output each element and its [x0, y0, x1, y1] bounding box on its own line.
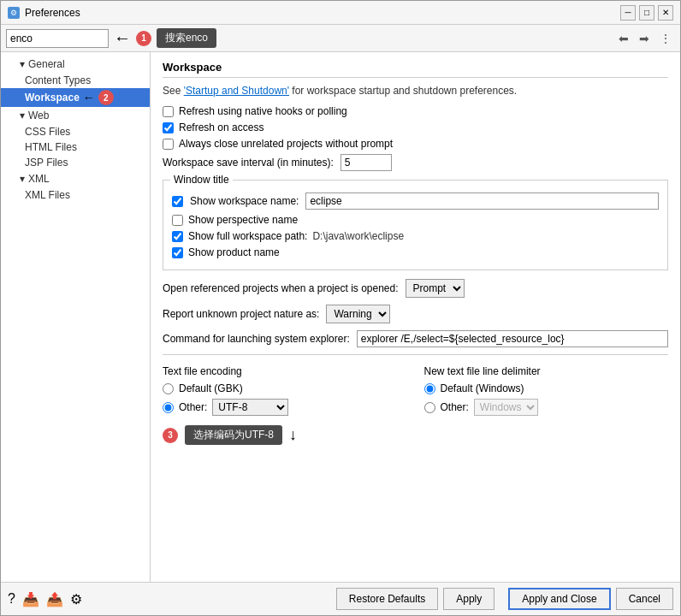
always-close-checkbox[interactable]	[163, 139, 174, 150]
encoding-default-row: Default (GBK)	[163, 382, 407, 394]
right-panel: Workspace See 'Startup and Shutdown' for…	[151, 52, 680, 582]
report-unknown-select[interactable]: Warning Error Ignore	[326, 305, 390, 323]
show-full-path-label: Show full workspace path:	[188, 230, 307, 242]
refresh-native-row: Refresh using native hooks or polling	[163, 105, 668, 117]
delimiter-default-radio[interactable]	[424, 383, 435, 394]
command-input[interactable]	[357, 330, 668, 347]
full-path-value: D:\java\work\eclipse	[312, 230, 404, 242]
encoding-other-radio[interactable]	[163, 402, 174, 413]
delimiter-other-radio[interactable]	[424, 402, 435, 413]
sidebar-item-xml-files[interactable]: XML Files	[1, 187, 150, 203]
sidebar-item-workspace[interactable]: Workspace ← 2	[1, 88, 150, 107]
utf8-tooltip: 选择编码为UTF-8	[185, 425, 282, 445]
open-ref-label: Open referenced projects when a project …	[163, 282, 399, 294]
refresh-on-access-label: Refresh on access	[179, 121, 264, 133]
sidebar-item-content-types[interactable]: Content Types	[1, 73, 150, 88]
annotation-3-row: 3 选择编码为UTF-8 ↓	[163, 425, 668, 445]
startup-shutdown-link[interactable]: 'Startup and Shutdown'	[184, 85, 289, 97]
line-delimiter-group: New text file line delimiter Default (Wi…	[424, 365, 669, 420]
delimiter-other-label: Other:	[441, 401, 469, 413]
cancel-button[interactable]: Cancel	[616, 588, 673, 610]
sidebar-category-xml[interactable]: ▾ XML	[1, 170, 150, 187]
text-encoding-title: Text file encoding	[163, 365, 407, 377]
delimiter-other-select[interactable]: Windows Unix Mac	[474, 399, 538, 416]
delimiter-default-label: Default (Windows)	[441, 382, 524, 394]
panel-title: Workspace	[163, 61, 668, 78]
close-button[interactable]: ✕	[658, 5, 673, 21]
command-label: Command for launching system explorer:	[163, 333, 350, 345]
bottom-right-buttons: Restore Defaults Apply Apply and Close C…	[336, 588, 673, 610]
show-perspective-row: Show perspective name	[172, 214, 659, 226]
show-workspace-name-row: Show workspace name:	[172, 192, 659, 210]
intro-text: See 'Startup and Shutdown' for workspace…	[163, 85, 668, 97]
settings-icon[interactable]: ⚙	[70, 591, 82, 607]
window-icon: ⚙	[8, 7, 20, 19]
sidebar-category-xml-label: XML	[28, 173, 50, 185]
window-title-group-label: Window title	[170, 174, 233, 186]
refresh-native-checkbox[interactable]	[163, 106, 174, 117]
encoding-columns: Text file encoding Default (GBK) Other: …	[163, 365, 668, 420]
sidebar-category-web-label: Web	[28, 110, 49, 121]
chevron-down-icon: ▾	[20, 58, 25, 70]
open-ref-select[interactable]: Prompt Always Never	[406, 279, 465, 298]
chevron-down-icon-xml: ▾	[20, 173, 25, 185]
delimiter-other-row: Other: Windows Unix Mac	[424, 399, 669, 416]
minimize-button[interactable]: ─	[620, 5, 636, 21]
delimiter-default-row: Default (Windows)	[424, 382, 669, 394]
always-close-row: Always close unrelated projects without …	[163, 138, 668, 150]
sidebar-item-css-files[interactable]: CSS Files	[1, 124, 150, 139]
export-icon[interactable]: 📤	[46, 591, 63, 607]
sidebar-item-jsp-files[interactable]: JSP Files	[1, 155, 150, 170]
always-close-label: Always close unrelated projects without …	[179, 138, 393, 150]
show-full-path-checkbox[interactable]	[172, 231, 183, 242]
main-area: ▾ General Content Types Workspace ← 2 ▾ …	[1, 52, 680, 582]
open-ref-row: Open referenced projects when a project …	[163, 279, 668, 298]
restore-defaults-button[interactable]: Restore Defaults	[336, 588, 438, 610]
sidebar-category-web[interactable]: ▾ Web	[1, 107, 150, 124]
search-tooltip: 搜索enco	[157, 28, 216, 48]
show-workspace-name-label: Show workspace name:	[190, 195, 299, 207]
window-title-content: Show workspace name: Show perspective na…	[172, 192, 659, 258]
encoding-default-label: Default (GBK)	[179, 382, 243, 394]
workspace-name-input[interactable]	[305, 192, 659, 210]
preferences-window: ⚙ Preferences ─ □ ✕ ← 1 搜索enco ⬅ ➡ ⋮ ▾ G…	[0, 0, 681, 616]
workspace-arrow-icon: ←	[83, 91, 95, 104]
sidebar-item-html-files[interactable]: HTML Files	[1, 139, 150, 155]
badge-2: 2	[98, 90, 114, 105]
encoding-default-radio[interactable]	[163, 383, 174, 394]
sidebar: ▾ General Content Types Workspace ← 2 ▾ …	[1, 52, 151, 582]
refresh-native-label: Refresh using native hooks or polling	[179, 105, 347, 117]
nav-menu-button[interactable]: ⋮	[656, 30, 675, 47]
apply-button[interactable]: Apply	[443, 588, 494, 610]
window-title: Preferences	[25, 7, 80, 19]
encoding-section: Text file encoding Default (GBK) Other: …	[163, 354, 668, 445]
encoding-other-row: Other: UTF-8 UTF-16 ISO-8859-1 GBK	[163, 399, 407, 416]
import-icon[interactable]: 📥	[22, 591, 39, 607]
window-title-group: Window title Show workspace name: Show p…	[163, 180, 668, 270]
encoding-other-select[interactable]: UTF-8 UTF-16 ISO-8859-1 GBK	[212, 399, 288, 416]
save-interval-input[interactable]	[340, 154, 392, 171]
bottom-left-icons: ? 📥 📤 ⚙	[8, 591, 82, 607]
line-delimiter-title: New text file line delimiter	[424, 365, 669, 377]
maximize-button[interactable]: □	[639, 5, 654, 21]
apply-and-close-button[interactable]: Apply and Close	[508, 588, 610, 610]
nav-forward-button[interactable]: ➡	[636, 30, 653, 47]
sidebar-item-html-files-label: HTML Files	[25, 141, 77, 153]
show-product-name-checkbox[interactable]	[172, 247, 183, 258]
search-input[interactable]	[6, 29, 109, 48]
report-unknown-row: Report unknown project nature as: Warnin…	[163, 305, 668, 323]
save-interval-row: Workspace save interval (in minutes):	[163, 154, 668, 171]
show-workspace-name-checkbox[interactable]	[172, 196, 183, 207]
show-product-name-label: Show product name	[188, 246, 280, 258]
nav-buttons: ⬅ ➡ ⋮	[615, 30, 675, 47]
save-interval-label: Workspace save interval (in minutes):	[163, 157, 334, 169]
badge-1: 1	[136, 31, 151, 46]
show-perspective-checkbox[interactable]	[172, 215, 183, 226]
utf8-arrow-icon: ↓	[289, 426, 297, 444]
refresh-on-access-checkbox[interactable]	[163, 122, 174, 133]
sidebar-category-general[interactable]: ▾ General	[1, 56, 150, 73]
sidebar-item-content-types-label: Content Types	[25, 74, 91, 86]
nav-back-button[interactable]: ⬅	[615, 30, 632, 47]
bottom-bar: ? 📥 📤 ⚙ Restore Defaults Apply Apply and…	[1, 582, 680, 615]
help-icon[interactable]: ?	[8, 591, 15, 607]
